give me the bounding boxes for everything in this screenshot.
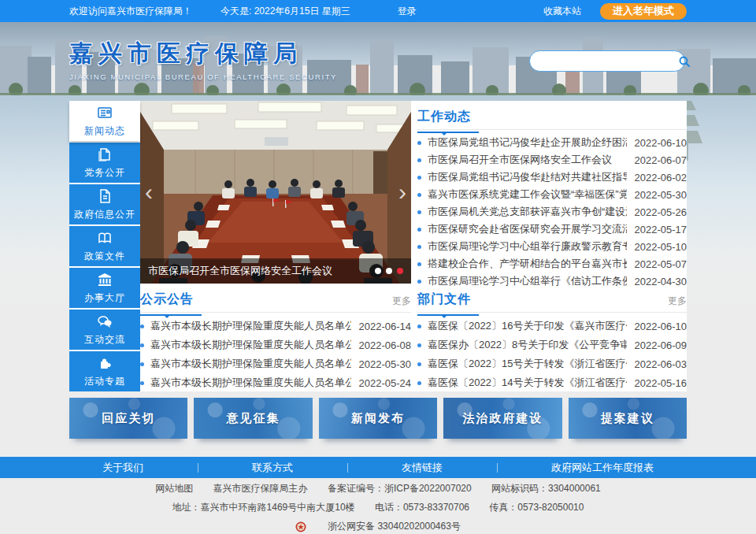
- item-title[interactable]: 市医保研究会赴省医保研究会开展学习交流活动: [428, 222, 627, 236]
- list-item[interactable]: 嘉医保〔2022〕16号关于印发《嘉兴市医疗保...2022-06-10: [417, 317, 687, 336]
- login-link[interactable]: 登录: [398, 5, 417, 18]
- item-title[interactable]: 嘉兴市医保系统党建工作会议暨“幸福医保”党建联...: [428, 187, 627, 202]
- newspaper-icon: [96, 104, 113, 121]
- item-title[interactable]: 市医保局召开全市医保网络安全工作会议: [428, 153, 627, 167]
- work-news-list: 市医保局党组书记冯俊华赴企开展助企纾困活动2022-06-10 市医保局召开全市…: [417, 134, 687, 290]
- sitemap-link[interactable]: 网站地图: [155, 483, 193, 494]
- more-link[interactable]: 更多: [668, 295, 687, 308]
- item-title[interactable]: 嘉兴市本级长期护理保险重度失能人员名单公示（2...: [150, 319, 351, 333]
- item-title[interactable]: 嘉兴市本级长期护理保险重度失能人员名单公示（2...: [150, 338, 351, 352]
- list-item[interactable]: 市医保局理论学习中心组举行《信访工作条例》专题...2022-04-30: [417, 273, 687, 290]
- list-item[interactable]: 市医保局党组书记冯俊华赴企开展助企纾困活动2022-06-10: [417, 134, 687, 151]
- bullet-icon: [417, 362, 421, 366]
- divider: [497, 463, 498, 473]
- chat-icon: [96, 313, 113, 330]
- list-item[interactable]: 嘉兴市本级长期护理保险重度失能人员名单公示（2...2022-06-14: [140, 317, 411, 336]
- item-date: 2022-06-10: [635, 321, 687, 332]
- public-security-emblem-icon: [295, 521, 306, 532]
- footnav-about[interactable]: 关于我们: [102, 461, 143, 475]
- item-title[interactable]: 市医保局党组书记冯俊华赴结对共建社区指导全国文...: [428, 170, 627, 184]
- item-date: 2022-06-14: [359, 321, 412, 332]
- sidebar-item-label: 活动专题: [84, 375, 125, 388]
- list-item[interactable]: 市医保局机关党总支部获评嘉兴市争创“建设清廉机...2022-05-26: [417, 203, 687, 221]
- item-title[interactable]: 市医保局理论学习中心组举行廉政警示教育专题学习...: [428, 239, 627, 254]
- list-item[interactable]: 搭建校企合作、产学研相结合的平台嘉兴市长期护理...2022-05-07: [417, 255, 687, 273]
- item-date: 2022-06-03: [635, 358, 687, 370]
- item-date: 2022-06-02: [635, 172, 687, 184]
- list-item[interactable]: 嘉兴市本级长期护理保险重度失能人员名单公示（2...2022-05-24: [140, 373, 411, 392]
- banner-opinion-collection[interactable]: 意见征集: [194, 398, 312, 439]
- sidebar-item-label: 互动交流: [84, 333, 125, 347]
- search-input[interactable]: [539, 52, 678, 70]
- carousel-prev-arrow[interactable]: [140, 176, 158, 208]
- carousel-dot-active[interactable]: [397, 268, 403, 274]
- banner-law-based-government[interactable]: 法治政府建设: [443, 398, 561, 439]
- item-title[interactable]: 市医保局党组书记冯俊华赴企开展助企纾困活动: [428, 135, 627, 150]
- item-title[interactable]: 嘉医保〔2022〕14号关于转发《浙江省医疗保...: [428, 376, 627, 390]
- section-header: 部门文件 更多: [417, 291, 687, 313]
- favorite-site-link[interactable]: 收藏本站: [543, 5, 581, 18]
- item-title[interactable]: 嘉兴市本级长期护理保险重度失能人员名单公示（2...: [150, 357, 351, 371]
- list-item[interactable]: 嘉兴市本级长期护理保险重度失能人员名单公示（2...2022-05-30: [140, 354, 411, 373]
- carousel-caption[interactable]: 市医保局召开全市医保网络安全工作会议: [148, 264, 369, 278]
- bullet-icon: [417, 245, 421, 249]
- list-item[interactable]: 市医保局理论学习中心组举行廉政警示教育专题学习...2022-05-10: [417, 238, 687, 255]
- footnav-contact[interactable]: 联系方式: [252, 461, 293, 475]
- list-item[interactable]: 市医保局党组书记冯俊华赴结对共建社区指导全国文...2022-06-02: [417, 169, 687, 186]
- bullet-icon: [417, 381, 421, 385]
- item-title[interactable]: 市医保局机关党总支部获评嘉兴市争创“建设清廉机...: [428, 205, 627, 219]
- item-date: 2022-06-09: [635, 339, 687, 351]
- item-title[interactable]: 嘉医保〔2022〕15号关于转发《浙江省医疗保...: [428, 357, 627, 371]
- item-title[interactable]: 市医保局理论学习中心组举行《信访工作条例》专题...: [428, 274, 627, 288]
- bullet-icon: [417, 324, 421, 328]
- carousel-dot[interactable]: [375, 268, 381, 274]
- list-item[interactable]: 嘉医保〔2022〕15号关于转发《浙江省医疗保...2022-06-03: [417, 354, 687, 373]
- sidebar-item-interaction[interactable]: 互动交流: [69, 310, 140, 350]
- sidebar-item-service-hall[interactable]: 办事大厅: [69, 268, 140, 308]
- banner-proposal-suggestions[interactable]: 提案建议: [569, 398, 687, 439]
- list-item[interactable]: 嘉医保〔2022〕14号关于转发《浙江省医疗保...2022-05-16: [417, 373, 687, 392]
- bullet-icon: [417, 193, 421, 197]
- item-date: 2022-05-17: [635, 224, 687, 235]
- elder-mode-button[interactable]: 进入老年模式: [600, 3, 687, 20]
- item-title[interactable]: 嘉医保办〔2022〕8号关于印发《公平竞争审查...: [428, 338, 627, 352]
- site-title: 嘉兴市医疗保障局: [69, 38, 337, 70]
- item-title[interactable]: 搭建校企合作、产学研相结合的平台嘉兴市长期护理...: [428, 257, 627, 271]
- carousel-next-arrow[interactable]: [394, 176, 411, 208]
- site-logo: 嘉兴市医疗保障局 JIAXING MUNICIPAL BUREAU OF HEA…: [69, 38, 337, 81]
- list-item[interactable]: 市医保研究会赴省医保研究会开展学习交流活动2022-05-17: [417, 221, 687, 238]
- banner-respond-concerns[interactable]: 回应关切: [69, 398, 187, 439]
- item-title[interactable]: 嘉兴市本级长期护理保险重度失能人员名单公示（2...: [150, 376, 351, 390]
- carousel-dot[interactable]: [386, 268, 392, 274]
- phone: 电话：0573-83370706: [375, 502, 469, 513]
- news-carousel[interactable]: 市医保局召开全市医保网络安全工作会议: [140, 101, 411, 284]
- bank-icon: [96, 271, 113, 288]
- bullet-icon: [417, 210, 421, 214]
- list-item[interactable]: 嘉医保办〔2022〕8号关于印发《公平竞争审查...2022-06-09: [417, 336, 687, 354]
- footnav-friend-links[interactable]: 友情链接: [402, 461, 443, 475]
- footer-line-3: 浙公网安备 33040202000463号: [0, 520, 756, 533]
- icp-number: 备案证编号：浙ICP备2022007020: [328, 483, 472, 494]
- item-title[interactable]: 嘉医保〔2022〕16号关于印发《嘉兴市医疗保...: [428, 319, 627, 333]
- sidebar-item-party-affairs[interactable]: 党务公开: [69, 143, 140, 183]
- carousel-photo-meeting-room: [140, 101, 411, 284]
- banner-label: 回应关切: [102, 411, 155, 426]
- banner-news-release[interactable]: 新闻发布: [319, 398, 437, 439]
- bullet-icon: [417, 158, 421, 162]
- sidebar-item-special-topics[interactable]: 活动专题: [69, 351, 140, 391]
- host-info: 嘉兴市医疗保障局主办: [213, 483, 308, 494]
- list-item[interactable]: 嘉兴市医保系统党建工作会议暨“幸福医保”党建联...2022-05-30: [417, 186, 687, 203]
- footnav-annual-report[interactable]: 政府网站工作年度报表: [551, 461, 654, 475]
- book-icon: [96, 229, 113, 247]
- sidebar-item-news[interactable]: 新闻动态: [69, 101, 140, 141]
- bullet-icon: [140, 381, 144, 385]
- security-record-number[interactable]: 浙公网安备 33040202000463号: [328, 520, 461, 533]
- list-item[interactable]: 嘉兴市本级长期护理保险重度失能人员名单公示（2...2022-06-08: [140, 336, 411, 354]
- list-item[interactable]: 市医保局召开全市医保网络安全工作会议2022-06-07: [417, 151, 687, 169]
- more-link[interactable]: 更多: [392, 295, 411, 308]
- search-box: [529, 50, 685, 72]
- sidebar-item-policy-files[interactable]: 政策文件: [69, 226, 140, 266]
- bullet-icon: [140, 324, 144, 328]
- sidebar-item-gov-info[interactable]: 政府信息公开: [69, 184, 140, 224]
- search-icon[interactable]: [678, 52, 691, 70]
